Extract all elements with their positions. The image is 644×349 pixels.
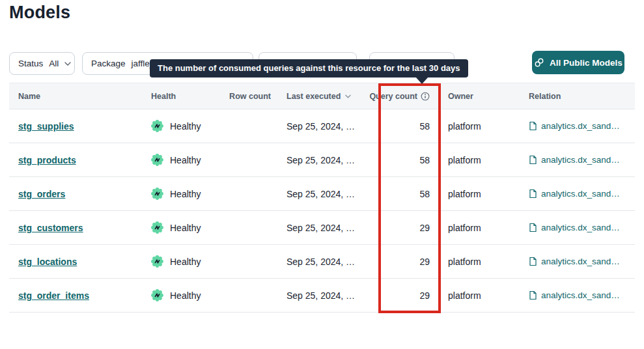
- chevron-down-icon: [64, 62, 71, 66]
- header-health[interactable]: Health: [142, 92, 227, 101]
- status-filter[interactable]: Status All: [9, 52, 75, 75]
- document-icon: [529, 223, 537, 232]
- model-name-link[interactable]: stg_locations: [18, 257, 77, 267]
- relation-link[interactable]: analytics.dx_sand…: [541, 189, 620, 199]
- health-badge-icon: [151, 188, 163, 200]
- document-icon: [529, 290, 537, 300]
- health-label: Healthy: [170, 257, 201, 267]
- owner-cell: platform: [438, 189, 521, 199]
- table-row: stg_orders Healthy Sep 25, 2024, … 58 pl…: [9, 177, 635, 211]
- last-executed-cell: Sep 25, 2024, …: [287, 223, 355, 233]
- table-row: stg_customers Healthy Sep 25, 2024, … 29…: [9, 211, 635, 245]
- document-icon: [529, 121, 537, 131]
- table-row: stg_products Healthy Sep 25, 2024, … 58 …: [9, 143, 635, 177]
- owner-cell: platform: [438, 121, 521, 132]
- document-icon: [529, 189, 537, 199]
- model-name-link[interactable]: stg_orders: [18, 189, 65, 199]
- header-last-executed[interactable]: Last executed: [277, 92, 369, 101]
- query-count-cell: 29: [369, 290, 438, 301]
- owner-cell: platform: [438, 223, 521, 233]
- relation-link[interactable]: analytics.dx_sand…: [541, 155, 620, 165]
- tooltip-caret: [415, 77, 428, 84]
- header-last-executed-label: Last executed: [287, 92, 341, 101]
- table-header-row: Name Health Row count Last executed Quer…: [9, 83, 635, 109]
- model-name-link[interactable]: stg_customers: [18, 223, 83, 233]
- query-count-cell: 58: [369, 189, 438, 199]
- relation-link[interactable]: analytics.dx_sand…: [541, 223, 620, 232]
- health-label: Healthy: [170, 290, 201, 301]
- owner-cell: platform: [438, 155, 521, 165]
- last-executed-cell: Sep 25, 2024, …: [287, 257, 355, 267]
- query-count-cell: 29: [369, 257, 438, 267]
- last-executed-cell: Sep 25, 2024, …: [287, 189, 355, 199]
- header-name[interactable]: Name: [9, 92, 142, 101]
- document-icon: [529, 257, 537, 266]
- owner-cell: platform: [438, 257, 521, 267]
- header-owner[interactable]: Owner: [438, 92, 521, 101]
- relation-link[interactable]: analytics.dx_sand…: [541, 257, 620, 266]
- relation-link[interactable]: analytics.dx_sand…: [541, 290, 620, 300]
- info-icon[interactable]: [421, 92, 430, 101]
- sort-chevron-icon: [345, 94, 351, 98]
- link-icon: [534, 57, 544, 68]
- header-query-count-label: Query count: [369, 92, 417, 101]
- table-row: stg_supplies Healthy Sep 25, 2024, … 58 …: [9, 109, 635, 143]
- relation-link[interactable]: analytics.dx_sand…: [541, 121, 620, 131]
- query-count-cell: 58: [369, 155, 438, 165]
- query-count-cell: 29: [369, 223, 438, 233]
- health-badge-icon: [151, 120, 163, 132]
- models-page: Models Status All Package jaffle_ All Pu…: [0, 0, 644, 349]
- status-filter-label: Status: [18, 59, 43, 68]
- tooltip: The number of consumed queries against t…: [150, 59, 468, 77]
- model-name-link[interactable]: stg_supplies: [18, 121, 74, 132]
- header-relation[interactable]: Relation: [521, 92, 635, 101]
- health-label: Healthy: [170, 155, 201, 165]
- table-row: stg_locations Healthy Sep 25, 2024, … 29…: [9, 245, 635, 279]
- page-title: Models: [9, 3, 70, 23]
- health-label: Healthy: [170, 223, 201, 233]
- all-public-models-button[interactable]: All Public Models: [532, 51, 624, 74]
- health-label: Healthy: [170, 121, 201, 132]
- header-query-count[interactable]: Query count: [369, 92, 438, 101]
- last-executed-cell: Sep 25, 2024, …: [287, 121, 355, 132]
- health-badge-icon: [151, 255, 163, 268]
- table-row: stg_order_items Healthy Sep 25, 2024, … …: [9, 279, 635, 313]
- header-row-count[interactable]: Row count: [227, 92, 277, 101]
- health-badge-icon: [151, 289, 163, 301]
- package-filter-label: Package: [91, 59, 126, 68]
- status-filter-value: All: [49, 59, 59, 68]
- models-table: Name Health Row count Last executed Quer…: [9, 83, 635, 313]
- model-name-link[interactable]: stg_order_items: [18, 290, 89, 301]
- all-public-models-label: All Public Models: [550, 58, 623, 68]
- health-label: Healthy: [170, 189, 201, 199]
- last-executed-cell: Sep 25, 2024, …: [287, 155, 355, 165]
- owner-cell: platform: [438, 290, 521, 301]
- model-name-link[interactable]: stg_products: [18, 155, 76, 165]
- last-executed-cell: Sep 25, 2024, …: [287, 290, 355, 301]
- query-count-cell: 58: [369, 121, 438, 132]
- health-badge-icon: [151, 221, 163, 234]
- health-badge-icon: [151, 154, 163, 166]
- document-icon: [529, 155, 537, 165]
